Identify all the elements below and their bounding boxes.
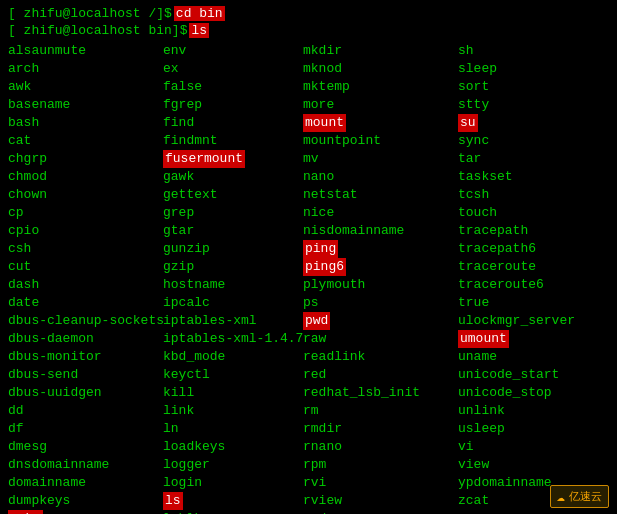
list-item: touch [458,204,613,222]
list-item: cpio [8,222,163,240]
list-item: iptables-xml-1.4.7 [163,330,303,348]
list-item: nano [303,168,458,186]
list-item: lsblk [163,510,303,514]
list-item: csh [8,240,163,258]
list-item: nice [303,204,458,222]
list-item: pwd [303,312,458,330]
list-item: find [163,114,303,132]
list-item: tracepath [458,222,613,240]
list-item: rpm [303,456,458,474]
list-item: env [163,42,303,60]
list-item: sort [458,78,613,96]
list-item: rvi [303,474,458,492]
list-item: nisdomainname [303,222,458,240]
prompt-2: [ zhifu@localhost bin]$ [8,23,187,38]
list-item: red [303,366,458,384]
list-item: rmdir [303,420,458,438]
list-item: ulockmgr_server [458,312,613,330]
list-item: rnano [303,438,458,456]
prompt-1: [ zhifu@localhost /]$ [8,6,172,21]
list-item: ping [303,240,458,258]
file-listing: alsaunmutearchawkbasenamebashcatchgrpchm… [8,42,609,514]
list-item: dbus-uuidgen [8,384,163,402]
list-item: dbus-send [8,366,163,384]
list-item: more [303,96,458,114]
list-item: fusermount [163,150,303,168]
list-item: uname [458,348,613,366]
command-line-1: [ zhifu@localhost /]$ cd bin [8,6,609,21]
list-item: fgrep [163,96,303,114]
list-item: gtar [163,222,303,240]
list-item: sleep [458,60,613,78]
list-item: dumpkeys [8,492,163,510]
list-item: traceroute6 [458,276,613,294]
list-item: grep [163,204,303,222]
list-item: findmnt [163,132,303,150]
list-item: dd [8,402,163,420]
list-item: cut [8,258,163,276]
list-item: redhat_lsb_init [303,384,458,402]
list-item: hostname [163,276,303,294]
list-item: mkdir [303,42,458,60]
list-item: rm [303,402,458,420]
cmd-1: cd bin [174,6,225,21]
list-item: chmod [8,168,163,186]
list-item: plymouth [303,276,458,294]
list-item: su [458,114,613,132]
list-item: mountpoint [303,132,458,150]
list-item: gawk [163,168,303,186]
list-item: dnsdomainname [8,456,163,474]
list-item: mv [303,150,458,168]
list-item: unicode_start [458,366,613,384]
list-item: dbus-cleanup-sockets [8,312,163,330]
list-item: ipcalc [163,294,303,312]
list-item: arch [8,60,163,78]
list-item: chown [8,186,163,204]
list-item: kbd_mode [163,348,303,366]
list-item: umount [458,330,613,348]
terminal: [ zhifu@localhost /]$ cd bin [ zhifu@loc… [0,0,617,514]
list-item: iptables-xml [163,312,303,330]
watermark: ☁ 亿速云 [550,485,609,508]
list-item: vi [458,438,613,456]
cmd-2: ls [189,23,209,38]
list-item: keyctl [163,366,303,384]
list-item: dbus-monitor [8,348,163,366]
watermark-text: 亿速云 [569,489,602,504]
column-3: mkdirmknodmktempmoremountmountpointmvnan… [303,42,458,514]
list-item: raw [303,330,458,348]
list-item: ex [163,60,303,78]
list-item: tar [458,150,613,168]
list-item: netstat [303,186,458,204]
list-item: alsaunmute [8,42,163,60]
list-item: sync [458,132,613,150]
list-item: readlink [303,348,458,366]
list-item: tracepath6 [458,240,613,258]
list-item: bash [8,114,163,132]
list-item: tcsh [458,186,613,204]
list-item: view [458,456,613,474]
list-item: ls [163,492,303,510]
list-item: false [163,78,303,96]
list-item: dmesg [8,438,163,456]
list-item: ps [303,294,458,312]
column-4: shsleepsortsttysusynctartasksettcshtouch… [458,42,613,514]
list-item: kill [163,384,303,402]
list-item: chgrp [8,150,163,168]
list-item: mount [303,114,458,132]
list-item: date [8,294,163,312]
list-item: gzip [163,258,303,276]
list-item: ping6 [303,258,458,276]
column-1: alsaunmutearchawkbasenamebashcatchgrpchm… [8,42,163,514]
list-item: dash [8,276,163,294]
list-item: cat [8,132,163,150]
list-item: gettext [163,186,303,204]
list-item: sed [303,510,458,514]
list-item: rview [303,492,458,510]
command-line-2: [ zhifu@localhost bin]$ ls [8,23,609,38]
list-item: mktemp [303,78,458,96]
list-item: loadkeys [163,438,303,456]
list-item: link [163,402,303,420]
list-item: taskset [458,168,613,186]
list-item: unicode_stop [458,384,613,402]
